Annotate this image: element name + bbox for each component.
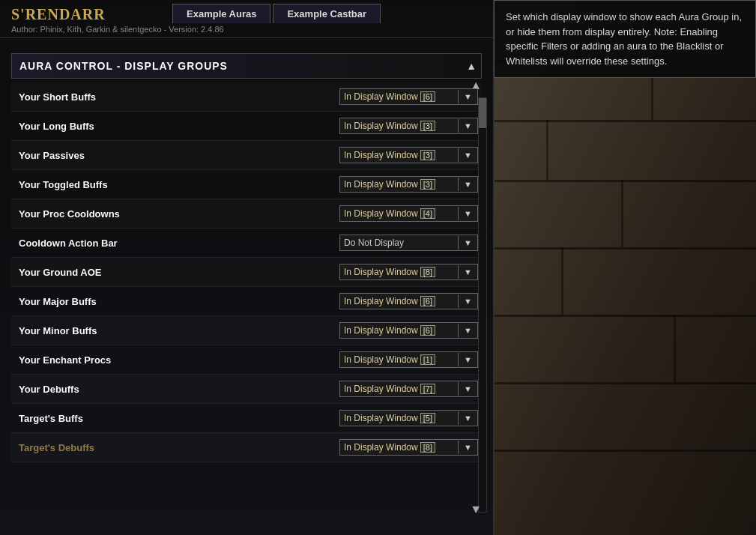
dropdown-arrow-target-buffs[interactable]: ▼ <box>458 411 477 425</box>
dropdown-wrapper-toggled-buffs: In Display Window[3]▼ <box>339 176 478 193</box>
main-panel: Example Auras Example Castbar S'RENDARR … <box>0 0 495 535</box>
tab-example-castbar[interactable]: Example Castbar <box>273 4 381 23</box>
aura-label-proc-cooldowns: Your Proc Cooldowns <box>19 208 120 220</box>
dropdown-arrow-ground-aoe[interactable]: ▼ <box>458 265 477 279</box>
aura-row-cooldown-action-bar: Cooldown Action BarDo Not Display▼ <box>11 229 482 258</box>
dropdown-wrapper-ground-aoe: In Display Window[8]▼ <box>339 264 478 280</box>
aura-label-major-buffs: Your Major Buffs <box>19 296 97 307</box>
scroll-down-arrow[interactable]: ▼ <box>470 503 482 516</box>
dropdown-select-target-buffs[interactable]: In Display Window[5]▼ <box>339 410 478 426</box>
dropdown-arrow-debuffs[interactable]: ▼ <box>458 382 477 396</box>
dropdown-wrapper-target-debuffs: In Display Window[8]▼ <box>339 439 478 456</box>
stone-mortar <box>674 315 676 382</box>
aura-label-target-buffs: Target's Buffs <box>19 413 83 424</box>
header: Example Auras Example Castbar S'RENDARR … <box>0 0 493 38</box>
aura-label-long-buffs: Your Long Buffs <box>19 121 94 132</box>
badge-long-buffs: [3] <box>420 121 435 131</box>
dropdown-arrow-cooldown-action-bar[interactable]: ▼ <box>458 236 477 250</box>
aura-label-ground-aoe: Your Ground AOE <box>19 267 102 278</box>
dropdown-wrapper-major-buffs: In Display Window[6]▼ <box>339 293 478 309</box>
dropdown-wrapper-passives: In Display Window[3]▼ <box>339 147 478 163</box>
stone-mortar <box>561 247 563 315</box>
info-panel-text: Set which display window to show each Au… <box>506 11 742 67</box>
badge-short-buffs: [6] <box>420 91 435 102</box>
dropdown-arrow-enchant-procs[interactable]: ▼ <box>458 353 477 366</box>
badge-passives: [3] <box>420 150 435 160</box>
aura-row-minor-buffs: Your Minor BuffsIn Display Window[6]▼ <box>11 316 482 345</box>
aura-row-proc-cooldowns: Your Proc CooldownsIn Display Window[4]▼ <box>11 199 482 229</box>
dropdown-wrapper-cooldown-action-bar: Do Not Display▼ <box>339 235 478 251</box>
tab-example-auras[interactable]: Example Auras <box>172 4 270 23</box>
aura-row-passives: Your PassivesIn Display Window[3]▼ <box>11 141 482 170</box>
stone-mortar <box>486 315 756 317</box>
dropdown-select-enchant-procs[interactable]: In Display Window[1]▼ <box>339 351 478 368</box>
content-area: AURA CONTROL - DISPLAY GROUPS ▲ Your Sho… <box>0 46 493 470</box>
badge-target-debuffs: [8] <box>420 442 435 453</box>
dropdown-wrapper-proc-cooldowns: In Display Window[4]▼ <box>339 205 478 222</box>
aura-row-enchant-procs: Your Enchant ProcsIn Display Window[1]▼ <box>11 345 482 375</box>
aura-row-long-buffs: Your Long BuffsIn Display Window[3]▼ <box>11 112 482 141</box>
dropdown-select-minor-buffs[interactable]: In Display Window[6]▼ <box>339 322 478 339</box>
dropdown-arrow-proc-cooldowns[interactable]: ▼ <box>458 207 477 220</box>
dropdown-wrapper-long-buffs: In Display Window[3]▼ <box>339 118 478 134</box>
stone-mortar <box>546 120 548 180</box>
dropdown-arrow-toggled-buffs[interactable]: ▼ <box>458 178 477 191</box>
dropdown-arrow-long-buffs[interactable]: ▼ <box>458 119 477 133</box>
dropdown-select-debuffs[interactable]: In Display Window[7]▼ <box>339 381 478 397</box>
aura-row-target-debuffs: Target's DebuffsIn Display Window[8]▼ <box>11 433 482 462</box>
stone-mortar <box>486 247 756 250</box>
dropdown-wrapper-target-buffs: In Display Window[5]▼ <box>339 410 478 426</box>
dropdown-arrow-target-debuffs[interactable]: ▼ <box>458 441 477 454</box>
dropdown-select-long-buffs[interactable]: In Display Window[3]▼ <box>339 118 478 134</box>
badge-ground-aoe: [8] <box>420 267 435 277</box>
aura-row-major-buffs: Your Major BuffsIn Display Window[6]▼ <box>11 287 482 316</box>
aura-label-passives: Your Passives <box>19 150 85 161</box>
dropdown-arrow-passives[interactable]: ▼ <box>458 148 477 162</box>
dropdown-select-short-buffs[interactable]: In Display Window[6]▼ <box>339 88 478 105</box>
dropdown-arrow-major-buffs[interactable]: ▼ <box>458 294 477 308</box>
scrollbar-thumb[interactable] <box>479 98 486 128</box>
aura-label-minor-buffs: Your Minor Buffs <box>19 325 97 336</box>
aura-label-target-debuffs: Target's Debuffs <box>19 442 94 453</box>
dropdown-select-major-buffs[interactable]: In Display Window[6]▼ <box>339 293 478 309</box>
stone-background <box>486 0 756 535</box>
stone-mortar <box>486 382 756 384</box>
badge-toggled-buffs: [3] <box>420 179 435 190</box>
tabs-bar: Example Auras Example Castbar <box>172 4 381 23</box>
scrollbar-track[interactable] <box>478 97 487 513</box>
info-panel: Set which display window to show each Au… <box>494 0 756 78</box>
badge-major-buffs: [6] <box>420 296 435 306</box>
dropdown-select-ground-aoe[interactable]: In Display Window[8]▼ <box>339 264 478 280</box>
stone-mortar <box>486 120 756 122</box>
app-subtitle: Author: Phinix, Kith, Garkin & silentgec… <box>11 25 482 34</box>
dropdown-arrow-minor-buffs[interactable]: ▼ <box>458 324 477 337</box>
badge-debuffs: [7] <box>420 384 435 394</box>
aura-row-toggled-buffs: Your Toggled BuffsIn Display Window[3]▼ <box>11 170 482 199</box>
aura-row-ground-aoe: Your Ground AOEIn Display Window[8]▼ <box>11 258 482 287</box>
badge-enchant-procs: [1] <box>420 354 435 365</box>
dropdown-wrapper-debuffs: In Display Window[7]▼ <box>339 381 478 397</box>
dropdown-arrow-short-buffs[interactable]: ▼ <box>458 90 477 103</box>
aura-rows-container: Your Short BuffsIn Display Window[6]▼You… <box>11 82 482 462</box>
dropdown-wrapper-short-buffs: In Display Window[6]▼ <box>339 88 478 105</box>
dropdown-select-cooldown-action-bar[interactable]: Do Not Display▼ <box>339 235 478 251</box>
aura-label-enchant-procs: Your Enchant Procs <box>19 354 111 366</box>
stone-mortar <box>486 450 756 452</box>
badge-proc-cooldowns: [4] <box>420 208 435 219</box>
badge-minor-buffs: [6] <box>420 325 435 336</box>
dropdown-select-proc-cooldowns[interactable]: In Display Window[4]▼ <box>339 205 478 222</box>
section-title: AURA CONTROL - DISPLAY GROUPS <box>19 60 228 72</box>
aura-row-debuffs: Your DebuffsIn Display Window[7]▼ <box>11 375 482 404</box>
section-header: AURA CONTROL - DISPLAY GROUPS ▲ <box>11 53 482 79</box>
dropdown-select-target-debuffs[interactable]: In Display Window[8]▼ <box>339 439 478 456</box>
aura-label-toggled-buffs: Your Toggled Buffs <box>19 179 108 190</box>
dropdown-select-toggled-buffs[interactable]: In Display Window[3]▼ <box>339 176 478 193</box>
dropdown-select-passives[interactable]: In Display Window[3]▼ <box>339 147 478 163</box>
aura-row-short-buffs: Your Short BuffsIn Display Window[6]▼ <box>11 82 482 112</box>
aura-label-cooldown-action-bar: Cooldown Action Bar <box>19 238 118 249</box>
section-collapse-arrow[interactable]: ▲ <box>466 60 477 72</box>
dropdown-wrapper-minor-buffs: In Display Window[6]▼ <box>339 322 478 339</box>
aura-row-target-buffs: Target's BuffsIn Display Window[5]▼ <box>11 404 482 433</box>
aura-label-short-buffs: Your Short Buffs <box>19 91 96 103</box>
stone-mortar <box>621 180 623 247</box>
